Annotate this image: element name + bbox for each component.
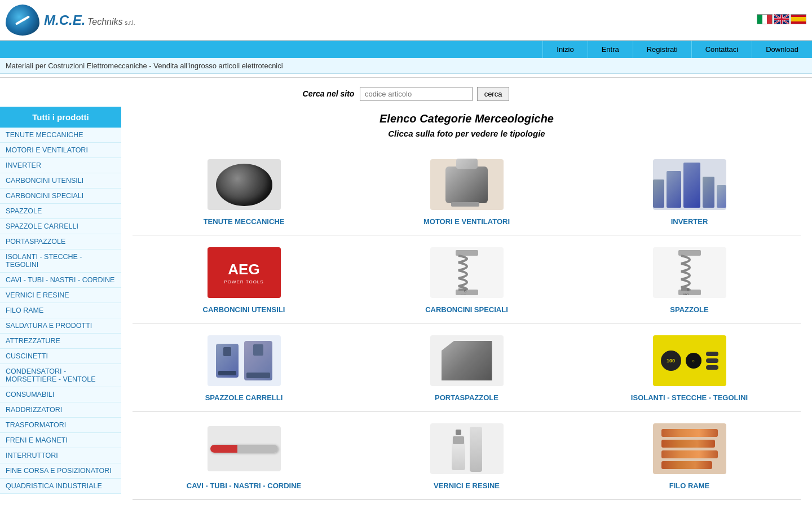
sidebar-item-vernici[interactable]: VERNICI E RESINE [0,288,121,303]
category-section-4: CAVI - TUBI - NASTRI - CORDINE [133,411,801,500]
sidebar-item-freni[interactable]: FRENI E MAGNETI [0,433,121,448]
cat-tenute-label: TENUTE MECCANICHE [204,217,285,226]
sidebar-item-carb-speciali[interactable]: CARBONCINI SPECIALI [0,189,121,204]
cat-portaspazzole[interactable]: PORTASPAZZOLE [394,332,540,402]
main-layout: Tutti i prodotti TENUTE MECCANICHE MOTOR… [0,107,812,500]
language-flags [757,14,806,24]
svg-text:MO: MO [461,294,466,295]
sidebar-item-fine-corsa[interactable]: FINE CORSA E POSIZIONATORI [0,463,121,479]
category-row-3: SPAZZOLE CARRELLI PORTASPAZZOLE 100 ○ [133,329,801,405]
sidebar-item-carb-utensili[interactable]: CARBONCINI UTENSILI [0,173,121,189]
search-input[interactable] [360,87,473,101]
cat-filo-img [650,421,729,477]
content-subtitle: Clicca sulla foto per vedere le tipologi… [133,129,801,138]
sidebar-item-filo[interactable]: FILO RAME [0,303,121,318]
header: → M.C.E. Techniks s.r.l. [0,0,812,41]
cat-vernici[interactable]: VERNICI E RESINE [394,421,540,490]
cat-spazzole-carr-label: SPAZZOLE CARRELLI [205,393,283,402]
cat-tenute[interactable]: TENUTE MECCANICHE [171,156,317,226]
sidebar-item-cuscinetti[interactable]: CUSCINETTI [0,349,121,364]
cat-inverter-img [650,156,729,213]
cat-filo[interactable]: FILO RAME [616,421,763,490]
sidebar-item-trasformatori[interactable]: TRASFORMATORI [0,418,121,433]
flag-italian[interactable] [757,14,773,24]
category-section-1: TENUTE MECCANICHE MOTORI E VENTILATORI [133,147,801,235]
search-label: Cerca nel sito [303,89,355,98]
cat-portaspazzole-label: PORTASPAZZOLE [435,393,498,402]
sidebar-item-cavi[interactable]: CAVI - TUBI - NASTRI - CORDINE [0,273,121,288]
sidebar-item-spazzole-carr[interactable]: SPAZZOLE CARRELLI [0,219,121,234]
nav-download[interactable]: Download [752,41,812,58]
cat-vernici-label: VERNICI E RESINE [434,481,500,490]
svg-text:6: 6 [464,288,467,294]
navbar: Inizio Entra Registrati Contattaci Downl… [0,41,812,58]
cat-isolanti-img: 100 ○ [650,332,729,389]
category-row-4: CAVI - TUBI - NASTRI - CORDINE [133,417,801,493]
sidebar-item-condensatori[interactable]: CONDENSATORI - MORSETTIERE - VENTOLE [0,364,121,387]
cat-spazzole[interactable]: 6 MO SPAZZOLE [616,244,763,314]
content: Elenco Categorie Merceologiche Clicca su… [121,107,812,500]
cat-carb-speciali-label: CARBONCINI SPECIALI [425,305,508,314]
sidebar-item-spazzole[interactable]: SPAZZOLE [0,204,121,219]
nav-contattaci[interactable]: Contattaci [691,41,752,58]
cat-motori-label: MOTORI E VENTILATORI [423,217,510,226]
sidebar-item-saldatura[interactable]: SALDATURA E PRODOTTI [0,318,121,334]
category-row-1: TENUTE MECCANICHE MOTORI E VENTILATORI [133,153,801,229]
search-button[interactable]: cerca [477,87,510,101]
cat-isolanti-label: ISOLANTI - STECCHE - TEGOLINI [631,393,748,402]
sidebar-item-raddrizzatori[interactable]: RADDRIZZATORI [0,402,121,418]
sidebar-title: Tutti i prodotti [0,107,121,128]
subtitle-bar: Materiali per Costruzioni Elettromeccani… [0,58,812,74]
cat-spazzole-img: 6 MO [650,244,729,301]
cat-isolanti[interactable]: 100 ○ ISOLANTI - STECCHE - TEGOLINI [616,332,763,402]
sidebar-item-quadristica[interactable]: QUADRISTICA INDUSTRIALE [0,479,121,494]
cat-cavi-img [205,421,284,477]
nav-registrati[interactable]: Registrati [633,41,691,58]
cat-tenute-img [205,156,284,213]
logo-mce: M.C.E. [44,12,85,28]
search-bar: Cerca nel sito cerca [0,81,812,107]
sidebar-item-motori[interactable]: MOTORI E VENTILATORI [0,143,121,158]
flag-english[interactable] [774,14,789,24]
cat-portaspazzole-img [427,332,506,389]
sidebar: Tutti i prodotti TENUTE MECCANICHE MOTOR… [0,107,121,500]
cat-carb-utensili[interactable]: AEG POWER TOOLS CARBONCINI UTENSILI [171,244,317,314]
nav-entra[interactable]: Entra [588,41,633,58]
svg-text:MO: MO [683,293,689,295]
logo-icon: → [6,5,39,36]
subtitle-text: Materiali per Costruzioni Elettromeccani… [6,62,283,70]
cat-motori-img [427,156,506,213]
cat-spazzole-carr[interactable]: SPAZZOLE CARRELLI [171,332,317,402]
sidebar-item-consumabili[interactable]: CONSUMABILI [0,387,121,402]
sidebar-item-portaspazzole[interactable]: PORTASPAZZOLE [0,234,121,249]
flag-spanish[interactable] [791,14,806,24]
nav-inizio[interactable]: Inizio [542,41,587,58]
cat-carb-utensili-img: AEG POWER TOOLS [205,244,284,301]
svg-text:6: 6 [687,287,690,292]
sidebar-item-inverter[interactable]: INVERTER [0,158,121,173]
logo-techniks: Techniks [87,17,123,27]
logo-text: M.C.E. Techniks s.r.l. [44,12,135,28]
cat-inverter-label: INVERTER [671,217,708,226]
category-section-2: AEG POWER TOOLS CARBONCINI UTENSILI [133,235,801,323]
cat-carb-utensili-label: CARBONCINI UTENSILI [203,305,285,314]
cat-cavi-label: CAVI - TUBI - NASTRI - CORDINE [187,481,301,490]
sidebar-item-tenute[interactable]: TENUTE MECCANICHE [0,128,121,143]
divider-top [0,77,812,78]
content-title: Elenco Categorie Merceologiche [133,112,801,125]
category-row-2: AEG POWER TOOLS CARBONCINI UTENSILI [133,241,801,317]
cat-motori[interactable]: MOTORI E VENTILATORI [394,156,540,226]
cat-vernici-img [427,421,506,477]
cat-inverter[interactable]: INVERTER [616,156,763,226]
cat-spazzole-carr-img [205,332,284,389]
cat-filo-label: FILO RAME [669,481,710,490]
category-section-3: SPAZZOLE CARRELLI PORTASPAZZOLE 100 ○ [133,323,801,411]
logo-srl: s.r.l. [125,20,135,26]
sidebar-item-interruttori[interactable]: INTERRUTTORI [0,448,121,463]
cat-carb-speciali-img: 6 MO [427,244,506,301]
sidebar-item-attrezzature[interactable]: ATTREZZATURE [0,334,121,349]
cat-carb-speciali[interactable]: 6 MO CARBONCINI SPECIALI [394,244,540,314]
cat-spazzole-label: SPAZZOLE [670,305,708,314]
sidebar-item-isolanti[interactable]: ISOLANTI - STECCHE - TEGOLINI [0,249,121,273]
cat-cavi[interactable]: CAVI - TUBI - NASTRI - CORDINE [171,421,317,490]
